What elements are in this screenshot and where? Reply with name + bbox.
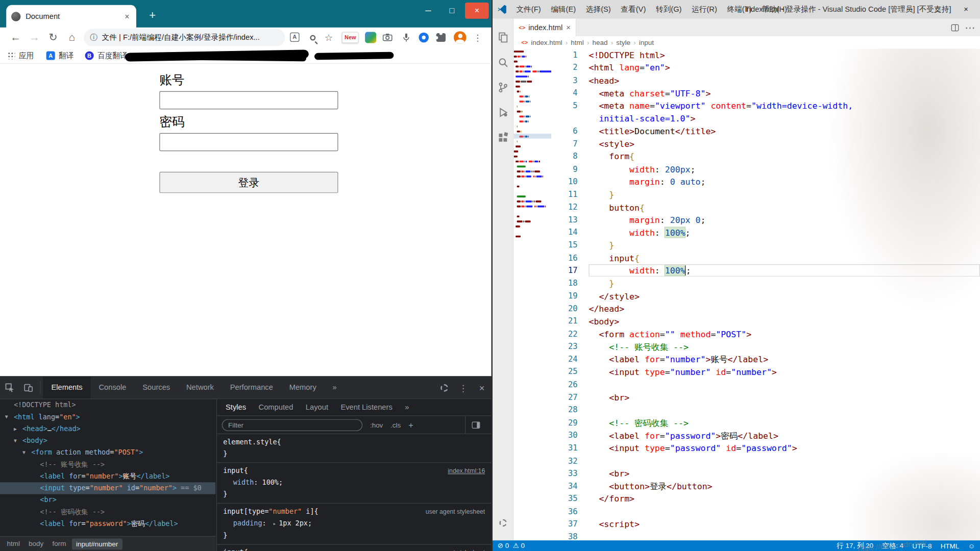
dom-breadcrumb-item[interactable]: html [3,537,24,551]
styles-tab-layout[interactable]: Layout [300,399,335,415]
status-item[interactable]: 空格: 4 [882,541,903,550]
code-line[interactable]: 38 [552,531,980,540]
toggle-hover-button[interactable]: :hov [370,421,383,429]
password-input[interactable] [159,133,338,152]
code-line[interactable]: 37 <script> [552,518,980,531]
feedback-smiley-icon[interactable]: ☺ [968,542,975,549]
browser-tab[interactable]: Document × [6,5,136,28]
profile-avatar[interactable] [454,31,466,43]
status-item[interactable]: 行 17, 列 20 [837,541,873,550]
styles-tab-event-listeners[interactable]: Event Listeners [334,399,399,415]
browser-maximize-button[interactable]: □ [440,3,464,19]
zoom-icon[interactable] [306,28,320,47]
source-control-icon[interactable] [493,75,513,100]
device-toolbar-icon[interactable] [19,377,38,398]
code-line[interactable]: 5 <meta name="viewport" content="width=d… [552,99,980,112]
code-line[interactable]: 22 <form action="" method="POST"> [552,328,980,340]
code-line[interactable]: 29 <!-- 密码收集 --> [552,416,980,429]
tab-close-icon[interactable]: × [122,12,131,21]
code-line[interactable]: 9 width: 200px; [552,163,980,176]
stylesheet-link[interactable]: index.html:16 [443,465,485,477]
code-line[interactable]: 28 [552,404,980,416]
tab-close-icon[interactable]: × [566,23,571,32]
code-line[interactable]: 36 [552,505,980,518]
dom-breadcrumb-item[interactable]: body [24,537,47,551]
breadcrumb-item[interactable]: index.html [531,39,562,46]
menu-item[interactable]: 文件(F) [511,0,546,19]
bookmark-translate[interactable]: A 翻译 [46,47,74,64]
extensions-icon[interactable] [493,125,513,150]
inspect-element-icon[interactable] [0,377,19,398]
css-selector[interactable]: element.style [223,436,277,448]
bookmark-star-icon[interactable]: ☆ [322,28,336,47]
code-line[interactable]: 8 form{ [552,150,980,163]
code-line[interactable]: 26 [552,379,980,391]
split-editor-icon[interactable] [951,24,959,31]
settings-gear-icon[interactable] [493,510,513,535]
code-line[interactable]: 17 width: 100%; [552,264,980,277]
menu-item[interactable]: 编辑(E) [546,0,581,19]
code-line[interactable]: 18 } [552,277,980,290]
menu-item[interactable]: 选择(S) [581,0,616,19]
devtools-tab-elements[interactable]: Elements [43,377,90,398]
devtools-tab-console[interactable]: Console [91,377,135,398]
account-input[interactable] [159,91,338,110]
styles-tab-computed[interactable]: Computed [252,399,299,415]
code-line[interactable]: 12 button{ [552,201,980,214]
dom-tree-row[interactable]: <label for="number">账号</label> [0,470,215,482]
dom-tree-row[interactable]: <br> [0,494,215,506]
address-bar[interactable]: ⓘ 文件 | F:/前端编程/自建小案例/登录操作/index... [84,29,285,46]
code-line[interactable]: 23 <!-- 账号收集 --> [552,340,980,353]
status-item[interactable]: HTML [941,542,960,549]
code-line[interactable]: 24 <label for="number">账号</label> [552,353,980,366]
dom-tree-row[interactable]: <label for="password">密码</label> [0,518,215,530]
devtools-close-icon[interactable]: × [473,377,492,398]
dom-tree-row[interactable]: ▼<form action method="POST"> [0,447,215,459]
devtools-tab-performance[interactable]: Performance [222,377,281,398]
devtools-tab-network[interactable]: Network [178,377,222,398]
code-line[interactable]: 10 margin: 0 auto; [552,176,980,188]
back-icon[interactable]: ← [8,28,24,47]
bookmark-apps[interactable]: 应用 [8,47,34,64]
extension-new-icon[interactable]: New [342,32,359,43]
dock-side-icon[interactable] [465,416,486,434]
new-style-rule-button[interactable]: + [408,420,413,430]
search-icon[interactable] [493,50,513,75]
breadcrumb-item[interactable]: input [639,39,654,46]
page-info-icon[interactable]: ⓘ [90,32,97,43]
code-line[interactable]: 31 <input type="password" id="password"> [552,442,980,455]
dom-tree-row[interactable]: ▶<head>…</head> [0,423,215,435]
code-line[interactable]: 4 <meta charset="UTF-8"> [552,87,980,99]
code-line[interactable]: initial-scale=1.0"> [552,112,980,125]
devtools-tab-memory[interactable]: Memory [281,377,325,398]
vscode-close-button[interactable]: × [952,0,980,19]
css-selector[interactable]: input[type="number" i] [223,506,314,517]
code-line[interactable]: 27 <br> [552,391,980,404]
devtools-more-tabs-icon[interactable]: » [325,377,345,398]
expand-shorthand-icon[interactable]: ▸ [273,520,277,527]
expand-arrow-icon[interactable]: ▼ [5,411,8,423]
code-line[interactable]: 30 <label for="password">密码</label> [552,429,980,442]
dom-tree-row[interactable]: <input type="number" id="number"> == $0 [0,482,215,494]
code-line[interactable]: 35 </form> [552,492,980,505]
css-declaration[interactable]: width: 100%; [217,477,492,488]
vscode-maximize-button[interactable]: □ [924,0,952,19]
dom-tree-row[interactable]: <!DOCTYPE html> [0,399,215,411]
explorer-icon[interactable] [493,25,513,50]
login-button[interactable]: 登录 [159,172,338,193]
code-line[interactable]: 11 } [552,188,980,201]
new-tab-button[interactable]: + [145,8,160,23]
dom-breadcrumb-item[interactable]: form [48,537,70,551]
code-line[interactable]: 21<body> [552,315,980,328]
home-icon[interactable]: ⌂ [64,28,80,47]
expand-arrow-icon[interactable]: ▼ [22,447,26,459]
breadcrumb-item[interactable]: head [593,39,608,46]
editor-more-actions-icon[interactable]: ⋯ [965,21,975,33]
devtools-settings-gear-icon[interactable] [435,377,454,398]
browser-minimize-button[interactable]: ─ [416,3,440,19]
browser-close-button[interactable]: × [465,3,489,19]
code-editor[interactable]: 1<!DOCTYPE html>2<html lang="en">3<head>… [552,49,980,541]
code-line[interactable]: 2<html lang="en"> [552,61,980,74]
code-line[interactable]: 32 [552,455,980,467]
code-line[interactable]: 14 width: 100%; [552,226,980,239]
